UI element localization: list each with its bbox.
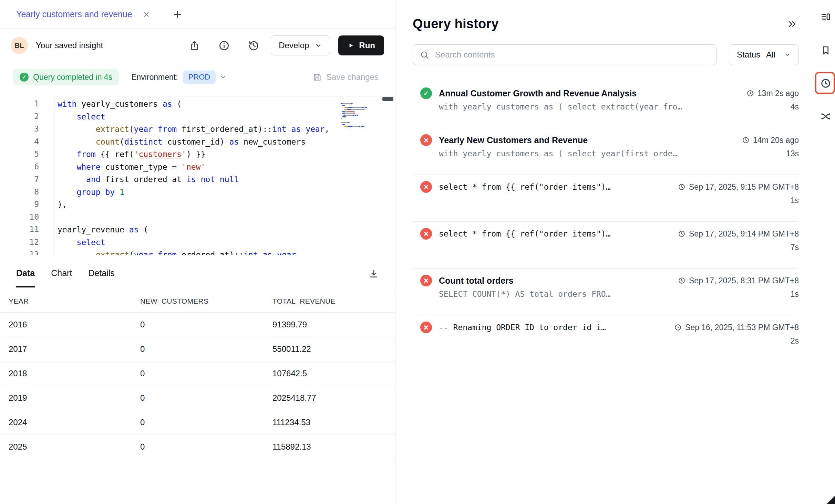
develop-dropdown[interactable]: Develop xyxy=(271,35,330,55)
save-changes-label: Save changes xyxy=(326,72,379,82)
new-tab-button[interactable] xyxy=(171,8,184,21)
lineage-button[interactable] xyxy=(819,109,833,123)
history-list: Annual Customer Growth and Revenue Analy… xyxy=(413,81,799,362)
table-header: YEAR NEW_CUSTOMERS TOTAL_REVENUE xyxy=(0,290,395,313)
gutter: 12345678910111213 xyxy=(0,96,54,255)
tab-label: Yearly customers and revenue xyxy=(16,9,132,19)
table-cell: 0 xyxy=(132,344,264,354)
environment-badge[interactable]: PROD xyxy=(183,71,216,84)
bookmark-icon xyxy=(820,45,831,56)
column-header-year[interactable]: YEAR xyxy=(0,297,132,305)
error-icon xyxy=(420,134,432,146)
bookmark-button[interactable] xyxy=(819,43,833,57)
tab-chart-label: Chart xyxy=(51,268,72,278)
resize-corner xyxy=(827,496,835,504)
download-button[interactable] xyxy=(367,267,381,281)
run-label: Run xyxy=(359,41,375,50)
error-icon xyxy=(420,228,432,240)
avatar[interactable]: BL xyxy=(11,37,28,54)
queue-icon xyxy=(820,12,831,23)
query-history-rail-button[interactable] xyxy=(819,76,833,90)
history-entry[interactable]: Annual Customer Growth and Revenue Analy… xyxy=(413,81,799,128)
editor-pane: Yearly customers and revenue BL Your sav… xyxy=(0,0,395,504)
clock-icon xyxy=(678,183,685,191)
column-header-total-revenue[interactable]: TOTAL_REVENUE xyxy=(264,297,395,305)
history-title: Yearly New Customers and Revenue xyxy=(439,135,735,145)
sql-editor[interactable]: 12345678910111213 with yearly_customers … xyxy=(0,96,395,255)
play-icon xyxy=(347,42,354,49)
clock-icon xyxy=(674,324,682,331)
collapse-panel-button[interactable] xyxy=(785,17,799,31)
column-header-new-customers[interactable]: NEW_CUSTOMERS xyxy=(132,297,264,305)
clock-icon xyxy=(678,277,685,284)
table-cell: 0 xyxy=(132,442,264,452)
history-entry[interactable]: select * from {{ ref("order_items")…Sep … xyxy=(413,175,799,222)
tab-separator xyxy=(162,7,162,22)
table-row: 20250115892.13 xyxy=(0,435,395,459)
history-duration: 2s xyxy=(791,336,799,346)
tab-data[interactable]: Data xyxy=(16,260,35,287)
environment-dropdown[interactable] xyxy=(219,73,227,81)
environment-label: Environment: xyxy=(131,73,178,82)
version-history-button[interactable] xyxy=(247,39,260,52)
scrollbar-thumb[interactable] xyxy=(382,97,393,101)
tab-chart[interactable]: Chart xyxy=(51,260,72,287)
history-duration: 1s xyxy=(791,290,799,299)
table-cell: 0 xyxy=(132,418,264,427)
table-cell: 0 xyxy=(132,393,264,403)
queue-button[interactable] xyxy=(819,10,833,24)
table-row: 20240111234.53 xyxy=(0,410,395,435)
query-history-controls: Status All xyxy=(413,44,799,65)
insight-title: Your saved insight xyxy=(36,41,103,50)
close-icon[interactable] xyxy=(142,10,151,19)
tab-details-label: Details xyxy=(88,268,114,278)
table-row: 20170550011.22 xyxy=(0,337,395,361)
status-filter-value: All xyxy=(766,50,775,60)
clock-rewind-icon xyxy=(248,40,259,51)
history-time: Sep 17, 2025, 9:15 PM GMT+8 xyxy=(678,182,799,192)
save-icon xyxy=(312,73,322,82)
minimap[interactable] xyxy=(341,98,379,123)
table-cell: 111234.53 xyxy=(264,418,395,427)
table-cell: 107642.5 xyxy=(264,369,395,378)
history-title: select * from {{ ref("order_items")… xyxy=(439,182,671,191)
search-box[interactable] xyxy=(413,44,717,65)
tab-details[interactable]: Details xyxy=(88,260,114,287)
run-button[interactable]: Run xyxy=(338,35,384,55)
tab-data-label: Data xyxy=(16,268,35,278)
download-icon xyxy=(369,269,379,279)
history-entry[interactable]: Count total ordersSep 17, 2025, 8:31 PM … xyxy=(413,269,799,315)
error-icon xyxy=(420,181,432,193)
table-cell: 2018 xyxy=(0,369,132,378)
develop-label: Develop xyxy=(279,41,309,50)
history-duration: 4s xyxy=(791,102,799,112)
check-icon xyxy=(20,73,29,82)
history-duration: 7s xyxy=(791,243,799,252)
success-icon xyxy=(420,87,432,99)
right-rail xyxy=(816,0,835,504)
share-button[interactable] xyxy=(187,39,201,52)
history-time: Sep 17, 2025, 9:14 PM GMT+8 xyxy=(678,229,799,239)
editor-tabbar: Yearly customers and revenue xyxy=(0,0,395,29)
tab-yearly-customers-and-revenue[interactable]: Yearly customers and revenue xyxy=(0,0,162,29)
history-entry[interactable]: select * from {{ ref("order_items")…Sep … xyxy=(413,222,799,269)
query-history-panel: Query history Status All Annual Customer… xyxy=(396,0,816,504)
code-area[interactable]: with yearly_customers as ( select extrac… xyxy=(54,96,395,255)
history-entry[interactable]: -- Renaming ORDER_ID to order_id i…Sep 1… xyxy=(413,315,799,362)
chevron-down-icon xyxy=(784,51,791,58)
status-filter-dropdown[interactable]: Status All xyxy=(729,44,799,65)
table-cell: 0 xyxy=(132,369,264,378)
table-cell: 2016 xyxy=(0,320,132,329)
info-button[interactable] xyxy=(217,39,231,52)
save-changes-button[interactable]: Save changes xyxy=(312,72,379,82)
history-entry[interactable]: Yearly New Customers and Revenue14m 20s … xyxy=(413,128,799,175)
clock-icon xyxy=(742,136,750,144)
table-row: 2016091399.79 xyxy=(0,313,395,337)
table-cell: 115892.13 xyxy=(264,442,395,452)
search-input[interactable] xyxy=(434,50,709,60)
history-snippet: with yearly_customers as ( select extrac… xyxy=(439,102,791,111)
error-icon xyxy=(420,275,432,286)
table-cell: 2025 xyxy=(0,442,132,452)
clock-icon xyxy=(746,90,754,97)
history-clock-icon xyxy=(820,78,831,89)
